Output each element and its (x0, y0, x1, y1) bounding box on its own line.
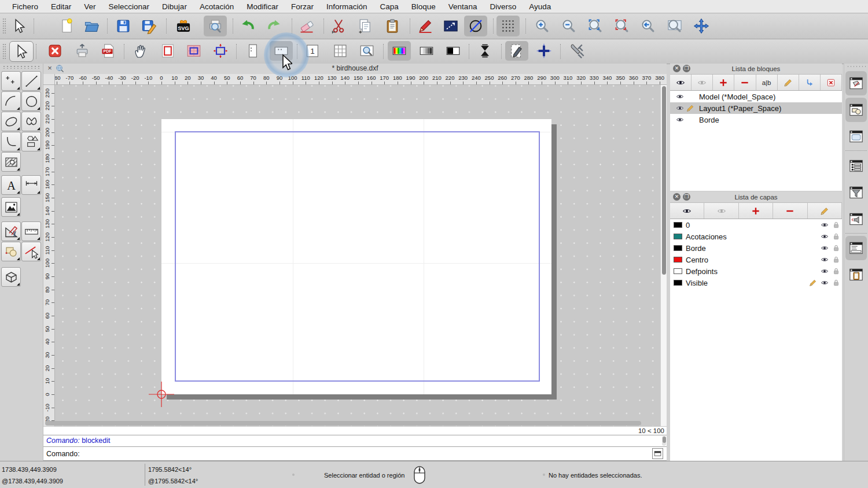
menu-fichero[interactable]: Fichero (6, 0, 45, 13)
zoom-previous-button[interactable] (637, 16, 660, 36)
menu-modificar[interactable]: Modificar (240, 0, 285, 13)
drawing-settings-button[interactable] (505, 41, 528, 61)
layer-color-swatch[interactable] (674, 245, 682, 251)
zoom-auto-button[interactable] (584, 16, 607, 36)
layer-lock-icon[interactable] (830, 279, 842, 287)
command-input[interactable] (83, 448, 649, 460)
layer-visibility-icon[interactable] (819, 232, 830, 241)
pdf-export-button[interactable]: PDF (97, 41, 120, 61)
arc-tools-button[interactable] (1, 91, 21, 111)
block-row[interactable]: Borde (670, 114, 842, 125)
menu-forzar[interactable]: Forzar (285, 0, 320, 13)
layer-visibility-icon[interactable] (819, 267, 830, 275)
block-list-panel-toggle-button[interactable] (845, 71, 867, 95)
layer-visibility-icon[interactable] (819, 221, 830, 229)
blocks-edit-block-button[interactable] (778, 75, 799, 90)
solid-tools-button[interactable] (1, 267, 21, 287)
layer-row[interactable]: Borde (670, 242, 842, 254)
drawing-canvas[interactable] (55, 85, 660, 426)
cut-button[interactable] (327, 16, 350, 36)
block-tools-button[interactable] (1, 242, 21, 261)
command-history[interactable]: Comando: blockedit (43, 435, 667, 447)
redo-button[interactable] (263, 16, 286, 36)
layer-color-swatch[interactable] (674, 280, 682, 286)
pan-button[interactable] (690, 16, 713, 36)
menu-acotacion[interactable]: Acotación (193, 0, 240, 13)
text-tools-button[interactable]: A (1, 175, 21, 195)
shape-tools-button[interactable] (21, 132, 41, 151)
vertical-scrollbar[interactable] (660, 85, 667, 426)
dimension-tools-button[interactable] (21, 175, 41, 195)
layer-lock-icon[interactable] (830, 244, 842, 252)
copy-button[interactable] (354, 16, 377, 36)
print-preview-button[interactable] (204, 16, 227, 36)
ellipse-tools-button[interactable] (1, 112, 21, 131)
svg-export-button[interactable]: SVG (172, 16, 195, 36)
measure-distance-button[interactable] (439, 16, 462, 36)
layers-hide-all-layers-button[interactable] (704, 203, 738, 219)
image-tools-button[interactable] (1, 197, 21, 217)
hairline-mode-button[interactable] (473, 41, 496, 61)
menu-bloque[interactable]: Bloque (405, 0, 442, 13)
blocks-insert-block-button[interactable] (799, 75, 821, 90)
palette-handle[interactable] (2, 65, 41, 69)
menu-diverso[interactable]: Diverso (483, 0, 523, 13)
black-white-mode-button[interactable] (442, 41, 465, 61)
layer-lock-icon[interactable] (830, 232, 842, 241)
layer-visibility-icon[interactable] (819, 244, 830, 252)
menu-seleccionar[interactable]: Seleccionar (102, 0, 156, 13)
layer-visibility-icon[interactable] (819, 279, 830, 287)
notifications-panel-toggle-button[interactable] (845, 207, 867, 231)
menu-capa[interactable]: Capa (374, 0, 405, 13)
layer-list-panel-toggle-button[interactable] (845, 98, 867, 122)
grid-toggle-button[interactable] (496, 16, 520, 36)
viewport-border[interactable] (175, 131, 540, 382)
selection-pointer-button[interactable] (8, 16, 31, 36)
block-visibility-icon[interactable] (675, 93, 685, 101)
layers-add-layer-button[interactable] (739, 203, 773, 219)
dock-strip-handle[interactable] (847, 65, 866, 68)
zoom-in-button[interactable] (531, 16, 554, 36)
draw-edit-button[interactable] (414, 16, 437, 36)
menu-informacion[interactable]: Información (320, 0, 374, 13)
blocks-hide-all-blocks-button[interactable] (692, 75, 713, 90)
layer-visibility-icon[interactable] (819, 256, 830, 264)
add-crosshair-button[interactable] (532, 41, 556, 61)
construction-mode-button[interactable] (464, 16, 487, 36)
layer-lock-icon[interactable] (830, 267, 842, 275)
layer-current-icon[interactable] (807, 279, 819, 287)
menu-ver[interactable]: Ver (78, 0, 102, 13)
toolbar-handle[interactable] (2, 43, 6, 60)
zoom-selection-button[interactable] (610, 16, 634, 36)
block-edit-icon[interactable] (685, 104, 696, 112)
landscape-orientation-button[interactable] (270, 41, 293, 61)
layer-color-swatch[interactable] (674, 268, 682, 274)
pan-paper-button[interactable] (129, 41, 152, 61)
menu-ayuda[interactable]: Ayuda (523, 0, 557, 13)
point-tools-button[interactable] (1, 71, 21, 91)
layers-show-all-layers-button[interactable] (670, 203, 704, 219)
layer-lock-icon[interactable] (830, 256, 842, 264)
spline-tools-button[interactable] (21, 112, 41, 131)
command-history-scrollbar[interactable] (662, 436, 666, 446)
save-as-button[interactable] (137, 16, 160, 36)
grayscale-mode-button[interactable] (415, 41, 438, 61)
print-area-overlay-button[interactable] (182, 41, 205, 61)
save-button[interactable] (112, 16, 135, 36)
blocks-rename-block-button[interactable]: a|b (756, 75, 778, 90)
layer-row[interactable]: Centro (670, 254, 842, 265)
layer-row[interactable]: Acotaciones (670, 231, 842, 242)
preferences-tools-button[interactable] (565, 41, 589, 61)
close-print-preview-button[interactable] (43, 41, 67, 61)
open-file-button[interactable] (80, 16, 103, 36)
layer-row[interactable]: 0 (670, 219, 842, 231)
toolbar-handle[interactable] (2, 18, 6, 34)
vertical-scrollbar-thumb[interactable] (662, 86, 666, 275)
menu-dibujar[interactable]: Dibujar (156, 0, 193, 13)
menu-editar[interactable]: Editar (45, 0, 78, 13)
layer-lock-icon[interactable] (830, 221, 842, 229)
layer-color-swatch[interactable] (674, 234, 682, 239)
layer-color-swatch[interactable] (674, 222, 682, 228)
print-button[interactable] (71, 41, 94, 61)
selection-filter-panel-toggle-button[interactable] (845, 180, 867, 205)
